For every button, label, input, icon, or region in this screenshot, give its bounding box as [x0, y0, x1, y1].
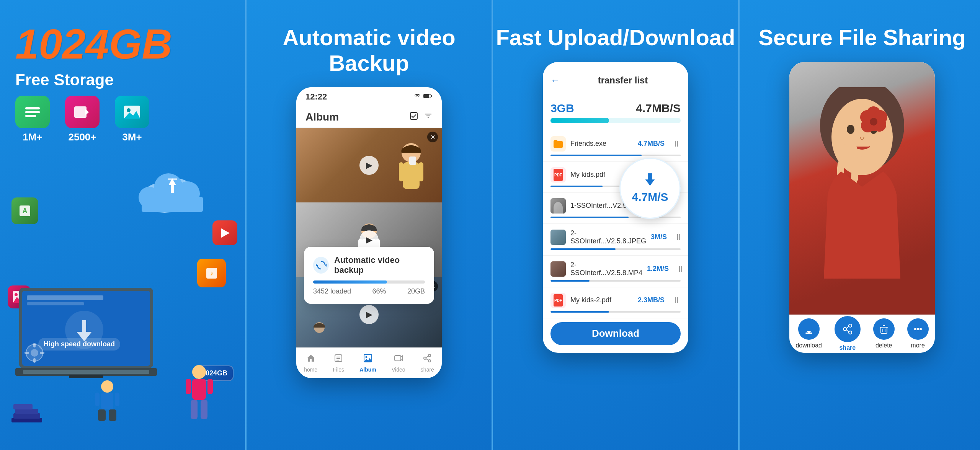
files-icon: [334, 354, 343, 365]
download-button[interactable]: Download: [550, 322, 681, 345]
speed-badge-circle: 4.7M/S: [619, 158, 681, 219]
icon-item-videos: 2500+: [65, 96, 100, 143]
album-title: Album: [305, 111, 339, 123]
section-sharing: Secure File Sharing 12:22: [740, 0, 980, 450]
svg-point-123: [849, 324, 852, 327]
pause-icon-sso2[interactable]: ⏸: [675, 232, 683, 242]
section-storage: 1024GB Free Storage 1M+ 2500+: [0, 0, 245, 450]
pause-icon-sso3[interactable]: ⏸: [676, 264, 685, 274]
video-nav-icon: [394, 354, 403, 365]
delete-action[interactable]: delete: [873, 318, 895, 349]
icon-item-documents: 1M+: [15, 96, 50, 143]
svg-line-126: [846, 326, 849, 328]
nav-files[interactable]: Files: [333, 354, 344, 373]
nav-home[interactable]: home: [304, 354, 317, 373]
storage-amount: 1024GB: [15, 23, 172, 65]
storage-size: 3GB: [550, 102, 574, 115]
folder-icon: [550, 136, 566, 152]
woman-face: [808, 87, 916, 280]
svg-marker-78: [307, 355, 315, 362]
item-name-sso3: 2-SSOInterf...V2.5.8.MP4: [570, 261, 642, 277]
phone-status-bar: 12:22: [296, 87, 442, 106]
item-speed-sso2: 3M/S: [651, 233, 667, 241]
speed-bar-section: 3GB 4.7MB/S: [543, 94, 688, 127]
download-action[interactable]: download: [795, 318, 822, 349]
back-arrow-icon[interactable]: ←: [550, 75, 560, 86]
svg-rect-27: [27, 295, 103, 300]
music-float-icon: ♪: [197, 259, 226, 287]
album-header-icons: [410, 112, 433, 122]
svg-line-127: [846, 330, 849, 332]
download-action-label: download: [795, 342, 822, 349]
svg-line-92: [426, 359, 429, 360]
svg-rect-2: [25, 115, 36, 117]
woman-portrait-area: [789, 62, 935, 315]
svg-rect-48: [33, 343, 36, 347]
person-sitting: [92, 380, 122, 427]
more-action[interactable]: more: [907, 318, 929, 349]
item-name-friends: Friends.exe: [570, 140, 633, 148]
photos-icon: [115, 96, 149, 128]
share-bottom-bar: download share: [789, 315, 935, 353]
svg-rect-44: [95, 393, 100, 406]
pause-icon-mykids2[interactable]: ⏸: [672, 295, 681, 305]
item-speed-mykids2: 2.3MB/S: [638, 296, 665, 304]
album-icon: [363, 354, 372, 365]
thumb-sso3: [550, 261, 566, 277]
svg-marker-98: [645, 173, 655, 186]
svg-point-135: [920, 328, 922, 330]
sharing-title: Secure File Sharing: [758, 25, 966, 51]
phone-nav-bar: home Files: [296, 347, 442, 378]
doc-float-icon: A: [11, 197, 38, 224]
more-action-label: more: [911, 342, 924, 349]
documents-icon: [15, 96, 50, 128]
play-button-3[interactable]: ▶: [359, 305, 379, 324]
thumb-sso1: [550, 198, 566, 214]
share-action[interactable]: share: [835, 316, 861, 351]
svg-rect-43: [109, 409, 116, 421]
transfer-title: Fast Upload/Download: [496, 25, 735, 51]
transfer-item-friends: Friends.exe 4.7MB/S ⏸: [543, 131, 688, 162]
nav-share[interactable]: share: [421, 354, 434, 373]
svg-rect-54: [15, 409, 38, 414]
current-speed: 4.7MB/S: [636, 102, 681, 115]
transfer-list-title: transfer list: [565, 75, 681, 86]
play-button-2[interactable]: ▶: [359, 230, 379, 249]
nav-share-label: share: [421, 367, 434, 373]
speed-bar-fill: [550, 118, 609, 123]
nav-video[interactable]: Video: [392, 354, 405, 373]
play-button-1[interactable]: ▶: [359, 156, 379, 175]
backup-popup-header: Automatic video backup: [313, 255, 425, 275]
svg-rect-32: [69, 375, 103, 378]
svg-rect-50: [24, 352, 29, 354]
svg-text:PDF: PDF: [554, 298, 562, 303]
battery-icon: [423, 93, 433, 100]
pause-icon-friends[interactable]: ⏸: [672, 139, 681, 149]
svg-line-91: [426, 356, 429, 357]
svg-rect-14: [142, 197, 203, 212]
download-speed-label: High speed download: [38, 338, 120, 351]
svg-marker-87: [401, 356, 402, 360]
nav-home-label: home: [304, 367, 317, 373]
svg-point-134: [917, 328, 919, 330]
share-action-circle: [835, 316, 861, 342]
svg-rect-66: [399, 162, 403, 181]
download-action-circle: [798, 318, 820, 340]
svg-rect-57: [431, 95, 432, 97]
pdf-icon-2: PDF: [550, 293, 566, 308]
svg-rect-33: [23, 370, 149, 374]
section-backup: Automatic video Backup 12:22: [247, 0, 492, 450]
svg-text:♪: ♪: [210, 269, 213, 277]
video-thumb-1[interactable]: ▶ ✕: [296, 128, 442, 202]
svg-point-125: [849, 331, 852, 334]
svg-rect-67: [419, 162, 423, 181]
section-transfer: Fast Upload/Download ← transfer list 3GB…: [493, 0, 738, 450]
svg-rect-0: [25, 107, 40, 109]
person-standing: [184, 364, 214, 427]
nav-album[interactable]: Album: [359, 354, 376, 373]
videos-count: 2500+: [68, 131, 96, 143]
svg-point-6: [127, 108, 131, 112]
nav-video-label: Video: [392, 367, 405, 373]
transfer-items-list: Friends.exe 4.7MB/S ⏸ PDF: [543, 127, 688, 322]
video-list: ▶ ✕ ▶: [296, 128, 442, 350]
